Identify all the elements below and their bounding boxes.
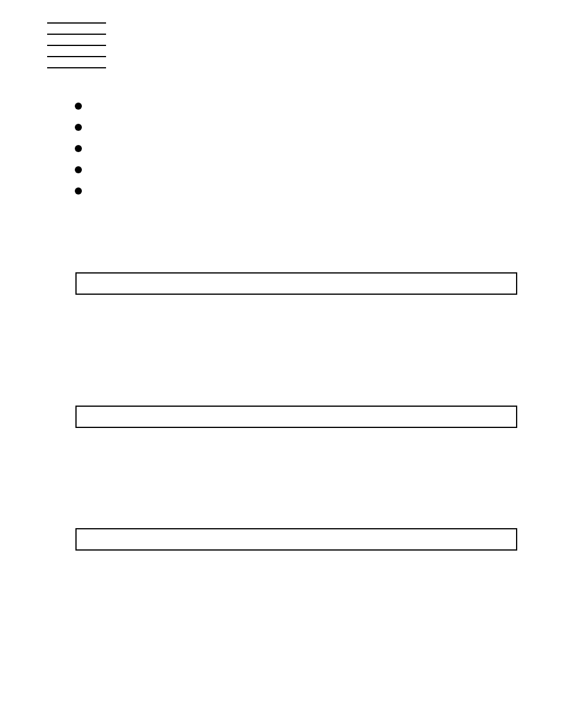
horizontal-rule	[47, 22, 106, 24]
bullet-item	[75, 187, 82, 195]
bullet-list	[75, 103, 82, 209]
bullet-item	[75, 103, 82, 110]
outlined-box-3	[75, 528, 517, 551]
horizontal-rule	[47, 45, 106, 46]
bullet-item	[75, 166, 82, 173]
horizontal-rule	[47, 34, 106, 35]
outlined-box-2	[75, 406, 517, 428]
bullet-item	[75, 124, 82, 131]
bullet-item	[75, 145, 82, 152]
horizontal-rule	[47, 67, 106, 68]
horizontal-rule	[47, 56, 106, 57]
page	[0, 0, 562, 728]
horizontal-rule-stack	[47, 22, 106, 78]
outlined-box-1	[75, 272, 517, 295]
